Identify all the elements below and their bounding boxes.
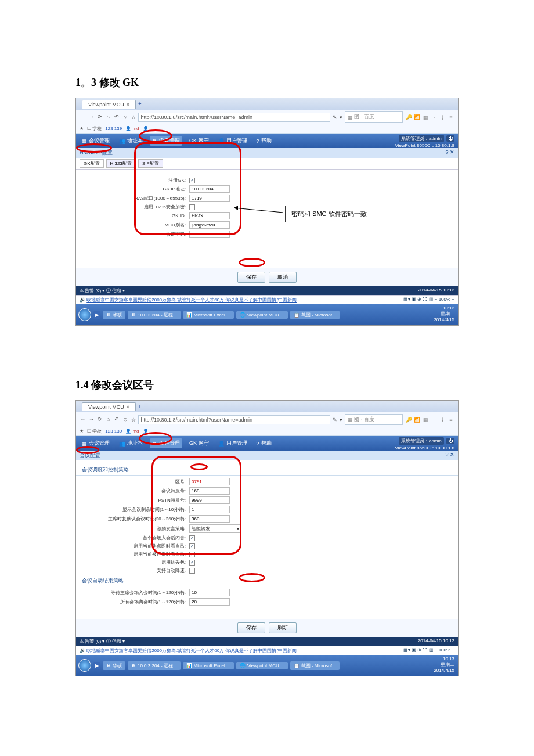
tab-gk[interactable]: GK配置 <box>80 159 104 168</box>
alert-left[interactable]: ⚠ 告警 (0) ▾ ⓘ 信息 ▾ <box>80 287 125 294</box>
nav-help[interactable]: ? 帮助 <box>254 136 274 146</box>
save-button[interactable]: 保存 <box>237 622 265 633</box>
nav-device[interactable]: 🖥 设备管理 <box>150 438 182 448</box>
auth-pwd-input[interactable] <box>189 231 230 238</box>
admin-badge: 系统管理员：admin <box>399 135 444 142</box>
reg-gk-checkbox[interactable]: ✓ <box>189 178 195 183</box>
anti-loss-checkbox[interactable]: ✓ <box>189 560 195 566</box>
home-icon[interactable]: ⌂ <box>105 114 112 120</box>
tab-sip[interactable]: SIP配置 <box>138 159 163 168</box>
nav-conference[interactable]: ▦ 会议管理 <box>80 136 112 146</box>
clock-time-input[interactable] <box>189 515 230 523</box>
edit-icon[interactable]: ✎ <box>333 417 337 423</box>
auto-slow-checkbox[interactable] <box>189 568 195 574</box>
policy-select[interactable]: 智能转发▾ <box>189 524 241 533</box>
news-link[interactable]: 欧地威塞中国女游客卓园要赔偿2000万狮岛.城管打死一个人才60万.你说真是不了… <box>86 648 297 653</box>
forward-icon[interactable]: → <box>88 114 95 120</box>
reload-icon[interactable]: ⟳ <box>96 416 103 422</box>
rss-icon[interactable]: 📶 <box>414 114 421 120</box>
bookmark-star-icon[interactable]: ★ <box>80 429 84 434</box>
nav-gk[interactable]: GK 网守 <box>187 136 211 146</box>
all-leave-input[interactable] <box>189 598 230 606</box>
edit-icon[interactable]: ✎ <box>333 114 337 120</box>
h235-checkbox[interactable] <box>189 204 195 210</box>
screenshot-1: Viewpoint MCU × + ← → ⟳ ⌂ ↶ ⦸ ☆ http://1… <box>75 98 459 326</box>
stop-icon[interactable]: ⦸ <box>122 114 129 120</box>
bookmark-4[interactable]: 👤 <box>143 126 149 131</box>
home-icon[interactable]: ⌂ <box>105 416 112 422</box>
close-tab-icon[interactable]: × <box>127 404 129 410</box>
key-icon[interactable]: 🔑 <box>405 417 412 423</box>
browser-tab[interactable]: Viewpoint MCU × <box>82 100 136 109</box>
bookmark-star-icon[interactable]: ★ <box>80 126 84 131</box>
mute-checkbox[interactable]: ✓ <box>189 535 195 541</box>
focus-self-checkbox[interactable]: ✓ <box>189 543 195 549</box>
key-icon[interactable]: 🔑 <box>405 114 412 120</box>
new-tab-button[interactable]: + <box>138 101 141 107</box>
menu-icon[interactable]: ≡ <box>448 114 454 120</box>
tab-title: Viewpoint MCU <box>88 102 124 107</box>
start-button[interactable] <box>78 308 91 321</box>
url-input[interactable]: http://10.80.1.8/src/main.html?userName=… <box>138 415 331 424</box>
task-2[interactable]: 🖥 10.0.3.204 - 远程... <box>128 311 181 319</box>
gk-id-input[interactable] <box>189 212 230 219</box>
nav-conference[interactable]: ▦ 会议管理 <box>80 438 112 448</box>
disp-time-input[interactable] <box>189 506 230 513</box>
download-icon[interactable]: ⭳ <box>439 114 446 120</box>
task-4[interactable]: 🌐 Viewpoint MCU ... <box>236 311 288 319</box>
power-icon[interactable]: ⏻ <box>446 135 454 142</box>
undo-icon[interactable]: ↶ <box>113 416 120 422</box>
pstn-code-input[interactable] <box>189 496 230 504</box>
broadcast-self-checkbox[interactable]: ✓ <box>189 552 195 557</box>
task-3[interactable]: 📊 Microsoft Excel ... <box>183 311 234 319</box>
start-button[interactable] <box>78 659 91 672</box>
tab-h323[interactable]: H.323配置 <box>106 159 136 168</box>
star-icon[interactable]: ☆ <box>131 114 136 120</box>
download-icon[interactable]: ⭳ <box>439 417 446 423</box>
bookmark-2[interactable]: 123 139 <box>105 126 122 131</box>
ras-port-input[interactable] <box>189 195 230 202</box>
quick-launch[interactable]: ▶ <box>93 311 100 319</box>
save-button[interactable]: 保存 <box>237 272 265 283</box>
search-box[interactable]: ▦ 图 · 百度 <box>345 111 403 123</box>
close-tab-icon[interactable]: × <box>127 102 129 107</box>
new-tab-button[interactable]: + <box>138 404 141 409</box>
mcu-alias-input[interactable] <box>189 221 230 229</box>
zone-input[interactable] <box>189 478 230 485</box>
quick-launch[interactable]: ▶ <box>93 662 100 669</box>
bookmark-3[interactable]: 👤 md <box>125 126 139 131</box>
conf-code-input[interactable] <box>189 487 230 495</box>
browser-tab[interactable]: Viewpoint MCU × <box>82 402 136 411</box>
task-5[interactable]: 📋 截图 - Microsof... <box>290 311 340 319</box>
device-label: ViewPoint 8650C：10.80.1.8 <box>395 143 454 148</box>
gk-ip-input[interactable] <box>189 185 230 193</box>
undo-icon[interactable]: ↶ <box>113 114 120 120</box>
power-icon[interactable]: ⏻ <box>446 438 454 444</box>
nav-user[interactable]: 👤 用户管理 <box>216 136 250 146</box>
grid-icon[interactable]: ▦ <box>422 417 429 423</box>
stop-icon[interactable]: ⦸ <box>122 416 129 423</box>
refresh-button[interactable]: 刷新 <box>269 622 297 633</box>
task-1[interactable]: 🖥 华硕 <box>103 311 125 319</box>
nav-address[interactable]: 👥 地址本 <box>117 136 145 146</box>
nav-device[interactable]: 🖥 设备管理 <box>150 136 182 146</box>
wait-time-input[interactable] <box>189 589 230 596</box>
nav-user[interactable]: 👤 用户管理 <box>216 438 250 448</box>
grid-icon[interactable]: ▦ <box>422 114 429 120</box>
forward-icon[interactable]: → <box>88 416 95 422</box>
nav-help[interactable]: ? 帮助 <box>254 438 274 448</box>
search-engine-icon: ▦ <box>348 114 353 120</box>
back-icon[interactable]: ← <box>80 114 86 120</box>
nav-address[interactable]: 👥 地址本 <box>117 438 145 448</box>
star-icon[interactable]: ☆ <box>131 417 136 423</box>
cancel-button[interactable]: 取消 <box>269 272 297 283</box>
search-box[interactable]: ▦ 图 · 百度 <box>345 414 403 425</box>
back-icon[interactable]: ← <box>80 416 86 422</box>
rss-icon[interactable]: 📶 <box>414 417 421 423</box>
url-input[interactable]: http://10.80.1.8/src/main.html?userName=… <box>138 113 331 122</box>
nav-gk[interactable]: GK 网守 <box>187 438 211 448</box>
news-link[interactable]: 欧地威塞中国女游客卓园要赔偿2000万狮岛.城管打死一个人才60万.你说真是不了… <box>86 297 297 303</box>
menu-icon[interactable]: ≡ <box>448 417 454 423</box>
reload-icon[interactable]: ⟳ <box>96 114 103 120</box>
section-autoend: 会议自动结束策略 <box>76 576 458 586</box>
